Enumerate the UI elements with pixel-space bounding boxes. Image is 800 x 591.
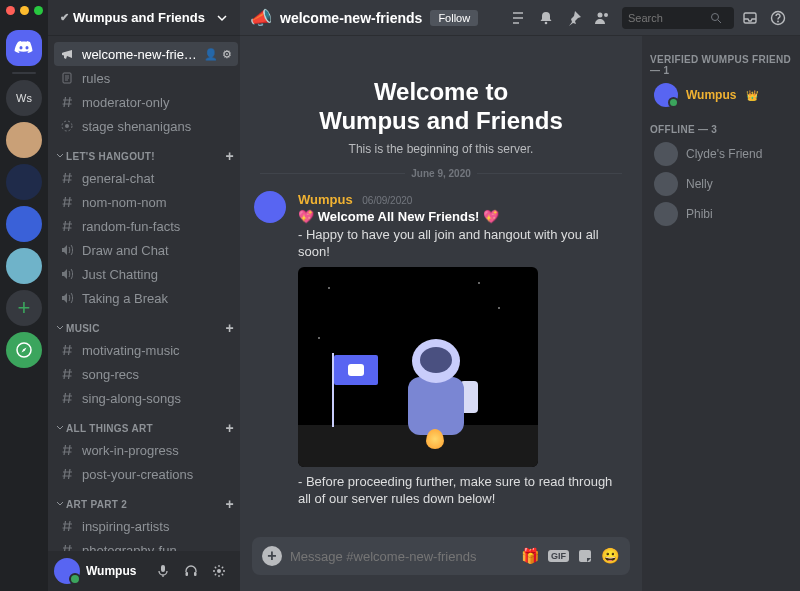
message-attachment[interactable] <box>298 267 538 467</box>
category-header[interactable]: LET'S HANGOUT!+ <box>54 138 238 166</box>
self-avatar[interactable] <box>54 558 80 584</box>
channel-list[interactable]: welcome-new-frie…👤⚙rulesmoderator-onlyst… <box>48 36 240 551</box>
add-channel-button[interactable]: + <box>226 420 234 436</box>
category-label: MUSIC <box>66 323 100 334</box>
category-header[interactable]: MUSIC+ <box>54 310 238 338</box>
mute-mic-button[interactable] <box>156 564 178 578</box>
guild-item[interactable] <box>6 248 42 284</box>
add-channel-button[interactable]: + <box>226 148 234 164</box>
notifications-icon[interactable] <box>538 10 558 26</box>
channel-label: general-chat <box>82 171 154 186</box>
channel-item[interactable]: Draw and Chat <box>54 238 238 262</box>
channel-stage[interactable]: stage shenanigans <box>54 114 238 138</box>
search-icon <box>710 12 722 24</box>
maximize-window-button[interactable] <box>34 6 43 15</box>
add-server-button[interactable]: + <box>6 290 42 326</box>
category-header[interactable]: ART PART 2+ <box>54 486 238 514</box>
member-list[interactable]: VERIFIED WUMPUS FRIEND — 1 Wumpus👑 OFFLI… <box>642 36 800 591</box>
member-avatar <box>654 142 678 166</box>
guild-item[interactable] <box>6 122 42 158</box>
message-line: - Happy to have you all join and hangout… <box>298 226 628 261</box>
message-author[interactable]: Wumpus <box>298 192 353 207</box>
channel-item[interactable]: song-recs <box>54 362 238 386</box>
inbox-icon[interactable] <box>742 10 762 26</box>
search-box[interactable] <box>622 7 734 29</box>
attach-button[interactable]: + <box>262 546 282 566</box>
help-icon[interactable] <box>770 10 790 26</box>
member-item[interactable]: Phibi <box>650 199 792 229</box>
channel-sidebar: ✔ Wumpus and Friends welcome-new-frie…👤⚙… <box>48 0 240 591</box>
channel-settings-icon[interactable]: ⚙ <box>222 48 232 61</box>
user-area: Wumpus <box>48 551 240 591</box>
svg-rect-5 <box>186 572 189 576</box>
channel-item[interactable]: photography-fun <box>54 538 238 551</box>
add-channel-button[interactable]: + <box>226 320 234 336</box>
member-avatar <box>654 172 678 196</box>
message-composer[interactable]: + 🎁 GIF 😀 <box>252 537 630 575</box>
channel-label: work-in-progress <box>82 443 179 458</box>
hash-icon <box>60 543 76 551</box>
channel-item[interactable]: work-in-progress <box>54 438 238 462</box>
channel-label: Just Chatting <box>82 267 158 282</box>
channel-moderator[interactable]: moderator-only <box>54 90 238 114</box>
chevron-down-icon <box>56 500 64 508</box>
message-avatar[interactable] <box>254 191 286 223</box>
search-input[interactable] <box>628 12 710 24</box>
main-area: 📣 welcome-new-friends Follow Welcome toW… <box>240 0 800 591</box>
channel-item[interactable]: motivating-music <box>54 338 238 362</box>
channel-title: welcome-new-friends <box>280 10 422 26</box>
guild-ws[interactable]: Ws <box>6 80 42 116</box>
guild-home[interactable] <box>6 30 42 66</box>
welcome-line2: Wumpus and Friends <box>319 107 563 134</box>
gift-icon[interactable]: 🎁 <box>521 547 540 565</box>
channel-item[interactable]: post-your-creations <box>54 462 238 486</box>
minimize-window-button[interactable] <box>20 6 29 15</box>
member-group-label: OFFLINE — 3 <box>650 124 792 135</box>
threads-icon[interactable] <box>510 10 530 26</box>
guild-bar: Ws + <box>0 0 48 591</box>
channel-label: Draw and Chat <box>82 243 169 258</box>
channel-label: sing-along-songs <box>82 391 181 406</box>
svg-point-7 <box>217 569 221 573</box>
follow-button[interactable]: Follow <box>430 10 478 26</box>
member-item[interactable]: Wumpus👑 <box>650 80 792 110</box>
server-header[interactable]: ✔ Wumpus and Friends <box>48 0 240 36</box>
channel-label: photography-fun <box>82 543 177 552</box>
channel-item[interactable]: general-chat <box>54 166 238 190</box>
channel-item[interactable]: random-fun-facts <box>54 214 238 238</box>
sticker-icon[interactable] <box>577 548 593 564</box>
category-header[interactable]: ALL THINGS ART+ <box>54 410 238 438</box>
chevron-down-icon <box>56 152 64 160</box>
svg-point-14 <box>777 20 779 22</box>
add-channel-button[interactable]: + <box>226 496 234 512</box>
channel-label: stage shenanigans <box>82 119 191 134</box>
channel-rules[interactable]: rules <box>54 66 238 90</box>
pinned-icon[interactable] <box>566 10 586 26</box>
channel-item[interactable]: inspiring-artists <box>54 514 238 538</box>
channel-item[interactable]: nom-nom-nom <box>54 190 238 214</box>
member-group-label: VERIFIED WUMPUS FRIEND — 1 <box>650 54 792 76</box>
guild-item[interactable] <box>6 206 42 242</box>
member-item[interactable]: Nelly <box>650 169 792 199</box>
channel-item[interactable]: sing-along-songs <box>54 386 238 410</box>
gif-button[interactable]: GIF <box>548 550 569 562</box>
rules-icon <box>60 71 76 85</box>
megaphone-icon: 📣 <box>250 7 272 29</box>
explore-servers-button[interactable] <box>6 332 42 368</box>
invite-icon[interactable]: 👤 <box>204 48 218 61</box>
guild-item[interactable] <box>6 164 42 200</box>
channel-item[interactable]: Just Chatting <box>54 262 238 286</box>
emoji-icon[interactable]: 😀 <box>601 547 620 565</box>
channel-welcome[interactable]: welcome-new-frie…👤⚙ <box>54 42 238 66</box>
channel-item[interactable]: Taking a Break <box>54 286 238 310</box>
member-item[interactable]: Clyde's Friend <box>650 139 792 169</box>
message-area: Welcome toWumpus and Friends This is the… <box>240 36 642 591</box>
close-window-button[interactable] <box>6 6 15 15</box>
member-list-toggle[interactable] <box>594 10 614 26</box>
deafen-button[interactable] <box>184 564 206 578</box>
megaphone-icon <box>60 47 76 61</box>
composer-input[interactable] <box>290 549 513 564</box>
app-window: Ws + ✔ Wumpus and Friends welcome-new-fr… <box>0 0 800 591</box>
user-settings-button[interactable] <box>212 564 234 578</box>
message-scroll[interactable]: Welcome toWumpus and Friends This is the… <box>240 36 642 537</box>
